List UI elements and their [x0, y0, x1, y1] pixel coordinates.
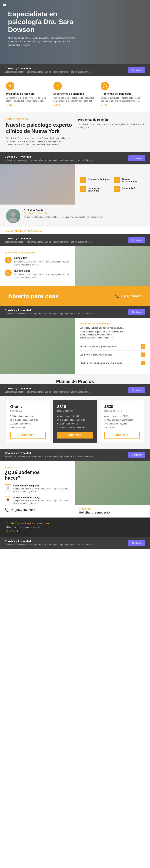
pricing-plan-name-3: $530: [104, 404, 140, 409]
blog-detail-1: Matris mod sem aliquam, leo iaculis pulv…: [80, 330, 145, 333]
col-desc-1: Sample text. Click to select the text bo…: [6, 96, 49, 102]
blog-section: ESPECIALISTA EN PSICOLOGÍA Donec gravida…: [0, 318, 150, 374]
col-stat-3: ▲ 274: [101, 104, 144, 106]
cookie-btn-6[interactable]: Continuar: [128, 452, 145, 458]
cookie-title-2: Cookies y Privacidad: [5, 155, 93, 158]
cookie-desc-3: Este sitio web utiliza cookies para gara…: [5, 241, 93, 243]
pricing-card-3: $530 Hasta 10 sitios web Almacenamiento …: [100, 400, 144, 443]
contact-company-title: Sobre nuestra compañía: [13, 485, 70, 487]
vision-item-2: ◎ Nuestra visión Sample text. Click to s…: [5, 270, 70, 279]
three-columns-section: ♥ Problemas de relación Sample text. Cli…: [0, 76, 150, 112]
cookie-btn-5[interactable]: Continuar: [128, 387, 145, 393]
hero-section: ☰ Especialista en psicología Dra. Sara D…: [0, 0, 150, 64]
doctor-role: Especialista en Psicología: [24, 212, 104, 214]
blog-entry-3[interactable]: Practical tips to help you grow your pro…: [80, 359, 145, 367]
vision-label: ESPECIALISTA EN PSICOLOGÍA: [5, 252, 70, 254]
cookie-text-3: Cookies y Privacidad Este sitio web util…: [5, 237, 93, 243]
cookie-banner-2: Cookies y Privacidad Este sitio web util…: [0, 152, 150, 164]
feature-title-1: Revisiones limitadas: [88, 177, 110, 180]
contact-left: AYUDAMOS 24/7 ¿Qué podemoshacer? 🏢 Sobre…: [0, 461, 75, 518]
pricing-btn-1[interactable]: INTENTALO: [10, 432, 46, 438]
pricing-feature-3-3: 10 Usuarios por Proyecto: [104, 423, 140, 425]
cookie-title-final: Cookies y Privacidad: [5, 540, 93, 543]
doctor-section: Dr. Pablo Smith Especialista en Psicolog…: [0, 205, 150, 227]
vision-text-1: Sample text Sample text. Click to select…: [14, 257, 70, 266]
col-title-2: Desórdenes de ansiedad: [53, 92, 97, 95]
appointments-title: Abierto para citas: [8, 293, 59, 300]
cookie-banner-1: Cookies y Privacidad Este sitio web util…: [0, 64, 150, 76]
appointments-phone[interactable]: 📞 +1 (234) 567-8910: [115, 294, 142, 298]
blog-entry-text-1: Business Sustainability Management: [80, 345, 116, 348]
contact-company-text: Sobre nuestra compañía Sample text. Clic…: [13, 485, 70, 493]
feature-4: ✓ Soporte 24/7: [114, 186, 145, 192]
pricing-btn-2[interactable]: INTENTALO: [57, 432, 92, 438]
cookie-banner-4: Cookies y Privacidad Este sitio web util…: [0, 306, 150, 318]
vision-icon-1: ◎: [5, 257, 11, 264]
col-stat-2: ▲ 274: [53, 104, 97, 106]
pricing-feature-1-2: 10 GB add de almacenamiento: [10, 418, 46, 422]
pricing-section-label: Planes de Precios: [6, 379, 144, 384]
contact-phone-row[interactable]: 📞 +1 (234) 567-8910: [5, 508, 70, 512]
blog-entry-icon-3: →: [141, 361, 145, 365]
doctor-avatar: [6, 209, 21, 223]
blog-entry-text-2: Learn how to grow your business: [80, 353, 112, 356]
features-section: ✓ Revisiones limitadas ✓ Buenas caracter…: [0, 164, 150, 205]
pricing-feature-1-1: 1 GB de almacenamiento: [10, 415, 46, 418]
contact-right-title: Solicitar presupuesto: [79, 511, 146, 514]
col-icon-2: ⚡: [53, 82, 62, 90]
cookie-text-1: Cookies y Privacidad Este sitio web util…: [5, 67, 93, 73]
pricing-feature-3-4: Soporte 27/7: [104, 426, 140, 429]
feature-1: ✓ Revisiones limitadas: [80, 177, 111, 183]
pricing-card-2: $310 Hasta 5 sitios web Almacenamiento d…: [53, 400, 97, 443]
pricing-feature-2-3: 5 usuarios por proyecto: [57, 423, 92, 425]
about-right-title: Problemas de relación: [78, 118, 144, 121]
phone-icon: 📞: [115, 294, 119, 298]
vision-text-2: Nuestra visión Sample text. Click to sel…: [14, 270, 70, 279]
specialist-label-bar: Especialista en Psicología: [0, 227, 150, 234]
cookie-desc-4: Este sitio web utiliza cookies para gara…: [5, 312, 93, 315]
cookie-title-5: Cookies y Privacidad: [5, 387, 93, 390]
cookie-desc-1: Este sitio web utiliza cookies para gara…: [5, 70, 93, 73]
feature-3: ✓ Las mejores soluciones: [80, 186, 111, 192]
cookie-banner-3: Cookies y Privacidad Este sitio web util…: [0, 234, 150, 246]
blog-image: [0, 318, 75, 374]
cookie-desc-6: Este sitio web utiliza cookies para gara…: [5, 455, 93, 458]
cookie-title-4: Cookies y Privacidad: [5, 309, 93, 312]
col-desc-2: Sample text. Click to select the text bo…: [53, 96, 97, 102]
cookie-text-5: Cookies y Privacidad Este sitio web util…: [5, 387, 93, 394]
cookie-btn-3[interactable]: Continuar: [128, 237, 145, 243]
vision-desc-1: Sample text. Click to select the text bo…: [14, 260, 70, 266]
cookie-banner-final: Cookies y Privacidad Este sitio web util…: [0, 537, 150, 549]
contact-work-title: Acerca de nuestro trabajo: [13, 496, 70, 499]
contact-company-desc: Sample text. Click to select the text bo…: [13, 488, 70, 493]
cookie-btn-1[interactable]: Continuar: [128, 67, 145, 73]
pricing-period-2: Hasta 5 sitios web: [57, 410, 92, 412]
pricing-feature-3-1: Almacenamiento de 20 GB: [104, 415, 140, 418]
pricing-feature-3-2: 170 GB add de almacenamiento: [104, 418, 140, 422]
cookie-btn-final[interactable]: Continuar: [128, 540, 145, 546]
cookie-banner-6: Cookies y Privacidad Este sitio web util…: [0, 449, 150, 461]
blog-detail-2: Tortor at facilisis pulvinar elementum: [80, 333, 145, 336]
contact-work-text: Acerca de nuestro trabajo Sample text. C…: [13, 496, 70, 505]
contact-right-label: Contáctenos: [79, 508, 146, 510]
hero-description: Multa aliquet mi porttitor, ora et duis.…: [8, 36, 76, 47]
appointments-section: Abierto para citas 📞 +1 (234) 567-8910: [0, 286, 150, 306]
blog-entry-2[interactable]: Learn how to grow your business →: [80, 351, 145, 359]
col-icon-3: ◯: [101, 82, 109, 90]
feature-check-2: ✓: [114, 177, 120, 183]
blog-entry-1[interactable]: Business Sustainability Management →: [80, 342, 145, 351]
feature-title-3: Las mejores soluciones: [88, 186, 111, 192]
hamburger-icon[interactable]: ☰: [3, 2, 7, 7]
cookie-btn-4[interactable]: Continuar: [128, 309, 145, 315]
footer-phone[interactable]: +1 234 56 78 44: [6, 529, 144, 533]
doctor-desc: Sample text. Click to select the text bo…: [24, 216, 104, 219]
about-left: SOBRE NOSOTROS Nuestro psicólogo experto…: [6, 118, 72, 146]
pricing-btn-3[interactable]: INTENTALO: [104, 432, 140, 438]
cookie-btn-2[interactable]: Continuar: [128, 155, 145, 161]
cookie-title-3: Cookies y Privacidad: [5, 237, 93, 240]
hero-content: Especialista en psicología Dra. Sara Dow…: [0, 0, 84, 53]
cookie-text-4: Cookies y Privacidad Este sitio web util…: [5, 309, 93, 315]
vision-icon-2: ◎: [5, 270, 11, 276]
hero-title: Especialista en psicología Dra. Sara Dow…: [8, 10, 76, 33]
contact-right-info: Contáctenos Solicitar presupuesto: [75, 505, 150, 517]
